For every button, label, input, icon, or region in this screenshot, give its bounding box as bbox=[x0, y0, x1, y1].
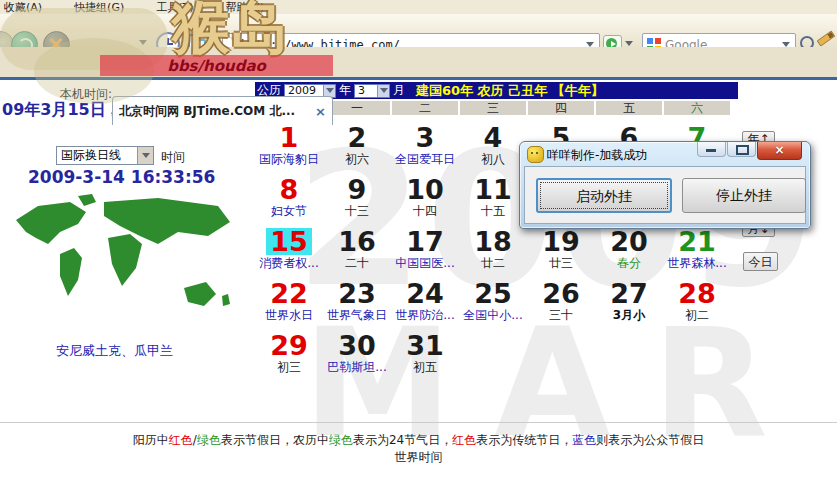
world-time-label: 世界时间 bbox=[0, 449, 837, 466]
calendar-cell[interactable]: 30 巴勒斯坦... bbox=[324, 332, 390, 384]
calendar-cell[interactable]: 2 初六 bbox=[324, 124, 390, 176]
dialog-title: 咩咩制作-加载成功 bbox=[547, 147, 647, 164]
chevron-down-icon[interactable] bbox=[377, 85, 389, 97]
highlighter-icon[interactable] bbox=[817, 30, 836, 46]
close-button[interactable]: × bbox=[757, 142, 802, 160]
chevron-down-icon[interactable] bbox=[323, 85, 335, 97]
day-label: 十四 bbox=[392, 203, 458, 220]
day-label: 初五 bbox=[392, 359, 458, 376]
day-label: 3月小 bbox=[596, 307, 662, 324]
day-number: 8 bbox=[276, 176, 303, 203]
legend-segment: 表示节假日，农历中 bbox=[221, 433, 329, 447]
day-number: 27 bbox=[606, 280, 652, 307]
calendar-cell[interactable]: 17 中国国医... bbox=[392, 228, 458, 280]
day-number: 26 bbox=[538, 280, 584, 307]
calendar-cell[interactable]: 21 世界森林... bbox=[664, 228, 730, 280]
calendar-cell[interactable]: 11 十五 bbox=[460, 176, 526, 228]
weekday-header: 二 bbox=[392, 101, 458, 115]
calendar-cell[interactable]: 23 世界气象日 bbox=[324, 280, 390, 332]
day-label: 十三 bbox=[324, 203, 390, 220]
day-label: 世界防治... bbox=[392, 307, 458, 324]
world-map-image bbox=[8, 192, 238, 332]
chevron-down-icon[interactable] bbox=[137, 147, 153, 164]
day-label: 三十 bbox=[528, 307, 594, 324]
legend-segment: 红色 bbox=[452, 433, 476, 447]
day-label: 妇女节 bbox=[256, 203, 322, 220]
day-label: 世界气象日 bbox=[324, 307, 390, 324]
day-label: 中国国医... bbox=[392, 255, 458, 272]
calendar-cell[interactable]: 10 十四 bbox=[392, 176, 458, 228]
weekday-header: 一 bbox=[324, 101, 390, 115]
timezone-select[interactable]: 国际换日线 bbox=[56, 146, 154, 165]
day-number: 1 bbox=[276, 124, 303, 151]
day-number: 2 bbox=[344, 124, 371, 151]
weekday-header: 六 bbox=[664, 101, 730, 115]
month-select[interactable]: 3 bbox=[354, 84, 390, 98]
day-number: 21 bbox=[674, 228, 720, 255]
day-label: 世界水日 bbox=[256, 307, 322, 324]
day-number: 16 bbox=[334, 228, 380, 255]
minimize-button[interactable] bbox=[697, 142, 726, 157]
calendar-cell[interactable] bbox=[664, 332, 730, 384]
day-number: 28 bbox=[674, 280, 720, 307]
today-button[interactable]: 今日 bbox=[743, 252, 778, 271]
day-label: 消费者权... bbox=[256, 255, 322, 272]
calendar-cell[interactable]: 20 春分 bbox=[596, 228, 662, 280]
calendar-cell[interactable]: 26 三十 bbox=[528, 280, 594, 332]
calendar-cell[interactable]: 9 十三 bbox=[324, 176, 390, 228]
day-number: 11 bbox=[470, 176, 516, 203]
dialog-titlebar[interactable]: 咩咩制作-加载成功 × bbox=[520, 142, 810, 166]
weekday-header: 四 bbox=[528, 101, 594, 115]
day-label: 二十 bbox=[324, 255, 390, 272]
start-plugin-button[interactable]: 启动外挂 bbox=[536, 178, 672, 213]
legend-segment: 则表示为公众节假日 bbox=[596, 433, 704, 447]
day-number: 24 bbox=[402, 280, 448, 307]
month-selected-value: 3 bbox=[355, 84, 377, 97]
calendar-cell[interactable]: 1 国际海豹日 bbox=[256, 124, 322, 176]
calendar-cell[interactable]: 28 初二 bbox=[664, 280, 730, 332]
calendar-cell[interactable] bbox=[460, 332, 526, 384]
day-number: 29 bbox=[266, 332, 312, 359]
calendar-cell[interactable]: 29 初三 bbox=[256, 332, 322, 384]
sheep-icon bbox=[527, 146, 544, 163]
calendar-cell[interactable]: 18 廿二 bbox=[460, 228, 526, 280]
dialog-body: 启动外挂 停止外挂 bbox=[524, 166, 806, 224]
day-label: 世界森林... bbox=[664, 255, 730, 272]
calendar-cell[interactable]: 15 消费者权... bbox=[256, 228, 322, 280]
day-number: 30 bbox=[334, 332, 380, 359]
day-label: 全国爱耳日 bbox=[392, 151, 458, 168]
legend-segment: 蓝色 bbox=[572, 433, 596, 447]
calendar-cell[interactable]: 3 全国爱耳日 bbox=[392, 124, 458, 176]
browser-window: 收藏(A)快捷组(G)工具(T)帮助(H) http://www.bjtime.… bbox=[0, 0, 837, 501]
day-number: 20 bbox=[606, 228, 652, 255]
day-label: 廿三 bbox=[528, 255, 594, 272]
calendar-cell[interactable]: 24 世界防治... bbox=[392, 280, 458, 332]
calendar-cell[interactable]: 31 初五 bbox=[392, 332, 458, 384]
day-number: 19 bbox=[538, 228, 584, 255]
calendar-cell[interactable]: 22 世界水日 bbox=[256, 280, 322, 332]
tab-bjtime-active[interactable]: 北京时间网 BJTime.COM 北... × bbox=[112, 96, 333, 125]
calendar-cell[interactable]: 19 廿三 bbox=[528, 228, 594, 280]
watermark-strip: bbs/houdao bbox=[100, 55, 333, 76]
map-location-caption: 安尼威土克、瓜甲兰 bbox=[56, 342, 173, 360]
day-number: 15 bbox=[266, 228, 312, 255]
day-number: 4 bbox=[480, 124, 507, 151]
day-label: 国际海豹日 bbox=[256, 151, 322, 168]
maximize-button[interactable] bbox=[727, 142, 756, 157]
day-label: 全国中小... bbox=[460, 307, 526, 324]
calendar-cell[interactable] bbox=[528, 332, 594, 384]
day-label: 春分 bbox=[596, 255, 662, 272]
stop-plugin-button[interactable]: 停止外挂 bbox=[682, 178, 806, 213]
plugin-dialog: 咩咩制作-加载成功 × 启动外挂 停止外挂 bbox=[519, 141, 811, 229]
calendar-cell[interactable]: 25 全国中小... bbox=[460, 280, 526, 332]
calendar-cell[interactable]: 8 妇女节 bbox=[256, 176, 322, 228]
calendar-cell[interactable]: 27 3月小 bbox=[596, 280, 662, 332]
calendar-cell[interactable]: 16 二十 bbox=[324, 228, 390, 280]
tab-close-icon[interactable]: × bbox=[315, 104, 326, 119]
calendar-cell[interactable] bbox=[596, 332, 662, 384]
page-content: 2009 MAR 本机时间: 09年3月15日 星期日 12:33:56 国际换… bbox=[0, 80, 837, 501]
calendar-cell[interactable]: 4 初八 bbox=[460, 124, 526, 176]
legend-segment: 阳历中 bbox=[133, 433, 169, 447]
go-dropdown-icon[interactable] bbox=[625, 41, 633, 46]
day-label: 十五 bbox=[460, 203, 526, 220]
